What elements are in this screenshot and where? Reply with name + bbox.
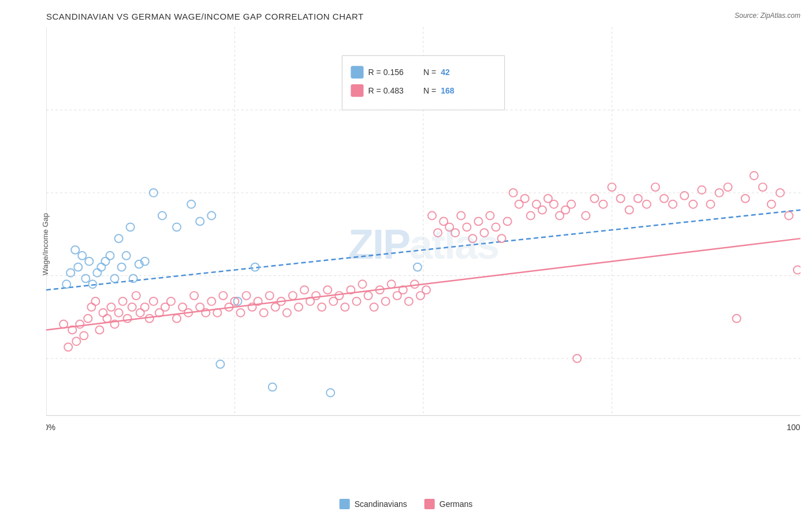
svg-point-55 xyxy=(269,383,277,391)
svg-point-51 xyxy=(207,212,215,220)
svg-point-141 xyxy=(504,217,512,225)
svg-point-72 xyxy=(115,309,123,317)
germans-label: Germans xyxy=(439,499,473,509)
legend-germans: Germans xyxy=(424,499,473,509)
svg-point-63 xyxy=(80,331,88,339)
svg-point-124 xyxy=(405,297,413,305)
svg-point-145 xyxy=(527,212,535,220)
svg-point-139 xyxy=(492,223,500,231)
svg-point-158 xyxy=(617,195,625,203)
svg-point-65 xyxy=(87,303,95,311)
svg-point-38 xyxy=(111,274,119,282)
svg-point-78 xyxy=(141,303,149,311)
svg-point-80 xyxy=(150,297,158,305)
svg-point-140 xyxy=(498,234,506,242)
svg-point-168 xyxy=(706,200,714,208)
svg-point-134 xyxy=(463,223,471,231)
svg-point-163 xyxy=(660,195,668,203)
svg-point-95 xyxy=(237,309,245,317)
svg-point-61 xyxy=(72,337,80,345)
svg-point-40 xyxy=(118,263,126,271)
svg-point-115 xyxy=(352,297,360,305)
svg-point-28 xyxy=(71,246,79,254)
y-axis-label: Wage/Income Gap xyxy=(41,213,50,275)
svg-rect-18 xyxy=(351,66,363,79)
svg-point-59 xyxy=(64,343,72,351)
svg-point-36 xyxy=(101,258,109,266)
svg-point-39 xyxy=(115,234,123,242)
svg-point-155 xyxy=(590,195,598,203)
svg-point-159 xyxy=(625,206,634,214)
svg-point-104 xyxy=(289,292,297,300)
svg-text:168: 168 xyxy=(441,86,455,95)
svg-point-84 xyxy=(173,315,181,323)
svg-point-62 xyxy=(76,320,84,329)
svg-point-76 xyxy=(132,292,140,300)
svg-text:N =: N = xyxy=(423,86,436,95)
svg-point-29 xyxy=(74,263,82,271)
legend-scandinavians: Scandinavians xyxy=(340,499,407,509)
svg-point-106 xyxy=(300,286,308,294)
svg-point-42 xyxy=(126,223,135,231)
svg-point-77 xyxy=(136,309,144,317)
svg-point-75 xyxy=(128,303,136,311)
svg-text:42: 42 xyxy=(441,68,450,77)
scandinavians-label: Scandinavians xyxy=(355,499,407,509)
svg-point-26 xyxy=(62,280,70,288)
svg-point-108 xyxy=(312,292,320,300)
chart-area: Wage/Income Gap ZIPatlas 20.0% 40.0% 60.… xyxy=(46,27,800,461)
svg-point-170 xyxy=(724,183,732,191)
svg-point-133 xyxy=(457,212,465,220)
svg-point-147 xyxy=(538,206,546,214)
svg-point-73 xyxy=(119,297,127,305)
svg-point-173 xyxy=(750,171,758,180)
svg-point-69 xyxy=(103,315,111,323)
svg-point-149 xyxy=(550,200,558,208)
svg-point-66 xyxy=(91,297,99,305)
svg-point-136 xyxy=(474,217,482,225)
svg-point-67 xyxy=(95,326,103,334)
svg-point-79 xyxy=(146,315,154,323)
svg-point-116 xyxy=(358,280,366,288)
svg-point-74 xyxy=(124,315,132,323)
svg-point-48 xyxy=(173,223,181,231)
svg-point-68 xyxy=(99,309,107,317)
svg-point-152 xyxy=(567,200,575,208)
svg-point-144 xyxy=(521,195,529,203)
svg-point-171 xyxy=(732,315,740,323)
svg-point-103 xyxy=(283,309,291,317)
svg-point-105 xyxy=(295,303,303,311)
svg-point-172 xyxy=(742,195,750,203)
svg-point-37 xyxy=(106,252,114,260)
svg-rect-17 xyxy=(342,55,504,110)
svg-point-112 xyxy=(335,292,343,300)
svg-point-137 xyxy=(480,229,488,237)
svg-text:0.0%: 0.0% xyxy=(46,423,55,432)
svg-point-41 xyxy=(122,252,131,260)
svg-point-120 xyxy=(382,297,390,305)
svg-point-50 xyxy=(196,217,204,225)
scatter-chart: 20.0% 40.0% 60.0% 80.0% 0.0% 100.0% R = … xyxy=(46,27,800,461)
svg-point-70 xyxy=(107,303,115,311)
svg-point-100 xyxy=(266,292,274,300)
svg-point-138 xyxy=(486,212,494,220)
scandinavians-color-box xyxy=(340,499,350,509)
germans-color-box xyxy=(424,499,435,509)
svg-point-178 xyxy=(794,266,800,274)
svg-point-83 xyxy=(167,297,175,305)
svg-point-49 xyxy=(187,200,195,208)
svg-point-64 xyxy=(84,315,92,323)
svg-text:100.0%: 100.0% xyxy=(787,423,800,432)
svg-point-90 xyxy=(207,297,215,305)
svg-line-16 xyxy=(46,210,800,290)
svg-point-91 xyxy=(213,309,221,317)
svg-point-92 xyxy=(219,292,227,300)
svg-point-175 xyxy=(768,200,776,208)
svg-rect-22 xyxy=(351,84,363,97)
svg-point-162 xyxy=(651,183,660,191)
svg-point-30 xyxy=(78,252,86,260)
svg-point-47 xyxy=(158,212,166,220)
svg-point-135 xyxy=(468,234,476,242)
svg-point-58 xyxy=(59,320,68,329)
svg-point-56 xyxy=(326,389,334,397)
